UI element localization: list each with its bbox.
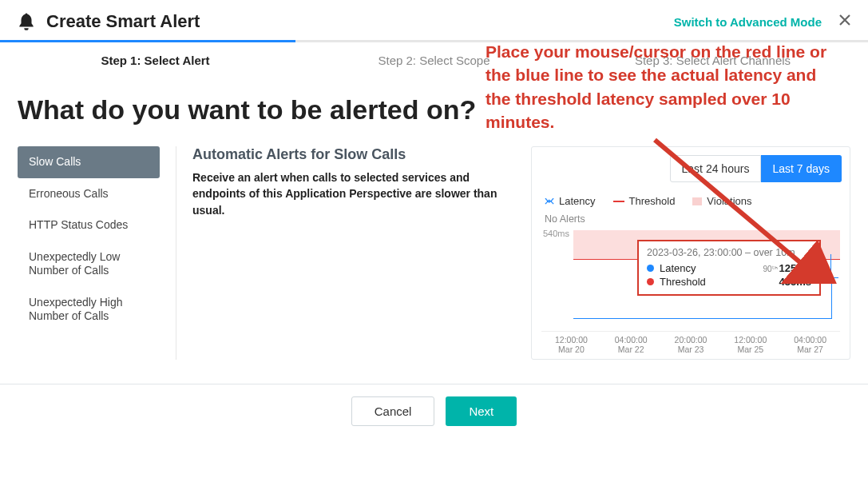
tooltip-threshold-row: Threshold 435ms xyxy=(647,276,811,288)
x-axis xyxy=(541,331,840,332)
no-alerts-label: No Alerts xyxy=(540,210,842,229)
alert-type-list: Slow Calls Erroneous Calls HTTP Status C… xyxy=(18,146,160,360)
sidebar-item-erroneous-calls[interactable]: Erroneous Calls xyxy=(18,178,160,210)
time-range-buttons: Last 24 hours Last 7 days xyxy=(540,155,842,182)
create-smart-alert-modal: Create Smart Alert Switch to Advanced Mo… xyxy=(0,0,868,438)
sidebar-item-low-calls[interactable]: Unexpectedly Low Number of Calls xyxy=(18,241,160,287)
modal-header: Create Smart Alert Switch to Advanced Mo… xyxy=(0,0,868,40)
progress-fill xyxy=(0,40,295,42)
y-max-label: 540ms xyxy=(543,229,569,238)
chart-tooltip: 2023-03-26, 23:00:00 – over 10m Latency … xyxy=(637,240,821,296)
tick: 12:00:00Mar 20 xyxy=(541,335,601,354)
panel-subtitle: Automatic Alerts for Slow Calls xyxy=(192,146,515,163)
modal-title: Create Smart Alert xyxy=(46,11,200,32)
advanced-mode-link[interactable]: Switch to Advanced Mode xyxy=(674,15,822,29)
line-icon xyxy=(613,201,624,202)
legend-violations: Violations xyxy=(692,195,751,207)
cancel-button[interactable]: Cancel xyxy=(351,396,435,426)
tick: 04:00:00Mar 27 xyxy=(780,335,840,354)
legend-threshold: Threshold xyxy=(613,195,676,207)
modal-footer: Cancel Next xyxy=(0,384,868,438)
x-axis-ticks: 12:00:00Mar 20 04:00:00Mar 22 20:00:00Ma… xyxy=(541,335,840,354)
progress-bar xyxy=(0,40,868,42)
tooltip-timestamp: 2023-03-26, 23:00:00 – over 10m xyxy=(647,247,811,258)
dot-icon-red xyxy=(647,278,654,285)
chart-plot-area[interactable]: 540ms 2023-03-26, 23:00:00 – over 10m La… xyxy=(541,229,840,349)
page-question: What do you want to be alerted on? xyxy=(18,94,850,125)
next-button[interactable]: Next xyxy=(446,396,517,426)
bell-icon xyxy=(16,11,37,32)
panel-description: Receive an alert when calls to selected … xyxy=(192,169,512,218)
tick: 20:00:00Mar 23 xyxy=(661,335,721,354)
latency-line[interactable] xyxy=(573,318,832,319)
alert-description-panel: Automatic Alerts for Slow Calls Receive … xyxy=(176,146,515,360)
chart-legend: ⩙Latency Threshold Violations xyxy=(540,192,842,210)
legend-latency: ⩙Latency xyxy=(545,195,596,207)
tick: 12:00:00Mar 25 xyxy=(720,335,780,354)
range-24h-button[interactable]: Last 24 hours xyxy=(670,155,762,182)
sidebar-item-slow-calls[interactable]: Slow Calls xyxy=(18,146,160,178)
sidebar-item-high-calls[interactable]: Unexpectedly High Number of Calls xyxy=(18,287,160,333)
step-1[interactable]: Step 1: Select Alert xyxy=(16,54,295,67)
pulse-icon: ⩙ xyxy=(545,195,554,206)
latency-line-step xyxy=(830,254,838,278)
tooltip-latency-row: Latency 90ᵗʰ125ms xyxy=(647,262,811,274)
wizard-steps: Step 1: Select Alert Step 2: Select Scop… xyxy=(0,42,868,75)
sidebar-item-http-status[interactable]: HTTP Status Codes xyxy=(18,209,160,241)
tick: 04:00:00Mar 22 xyxy=(601,335,661,354)
dot-icon-blue xyxy=(647,265,654,272)
modal-title-group: Create Smart Alert xyxy=(16,11,200,32)
block-icon xyxy=(692,197,702,205)
close-icon[interactable] xyxy=(838,13,852,30)
preview-chart: Last 24 hours Last 7 days ⩙Latency Thres… xyxy=(531,146,850,360)
latency-line-rise xyxy=(831,278,832,318)
step-3[interactable]: Step 3: Select Alert Channels xyxy=(573,54,852,67)
step-2[interactable]: Step 2: Select Scope xyxy=(295,54,573,67)
range-7d-button[interactable]: Last 7 days xyxy=(761,155,842,182)
